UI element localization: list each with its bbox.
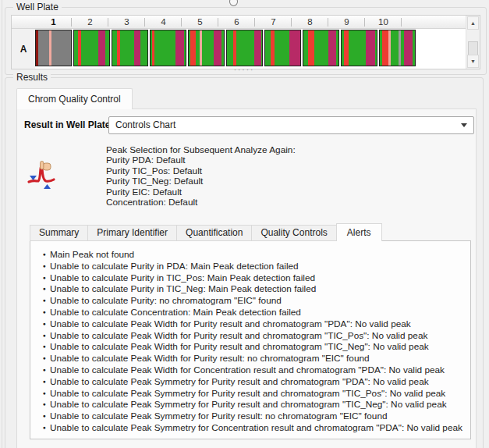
alert-item: Unable to calculate Peak Width for Purit… bbox=[43, 353, 470, 364]
plate-column-header-1[interactable]: 1 bbox=[35, 16, 72, 28]
results-groupbox: Results Chrom Quality Control Result in … bbox=[5, 77, 484, 448]
well-cell-A3[interactable] bbox=[112, 30, 148, 66]
peak-selection-line: Purity EIC: Default bbox=[106, 187, 296, 197]
tab-primary-identifier[interactable]: Primary Identifier bbox=[87, 225, 177, 241]
alert-item: Unable to calculate Purity: no chromatog… bbox=[43, 295, 470, 307]
alert-item: Unable to calculate Peak Width for Purit… bbox=[43, 341, 470, 353]
plate-row-cells bbox=[35, 30, 417, 66]
plate-column-header-7[interactable]: 7 bbox=[255, 16, 292, 28]
alert-item: Main Peak not found bbox=[43, 249, 470, 261]
well-cell-A7[interactable] bbox=[264, 30, 301, 66]
tab-summary[interactable]: Summary bbox=[30, 225, 88, 241]
well-plate-grid: 12345678910 A ▲ ▼ bbox=[11, 15, 480, 69]
scrollbar-down-button[interactable]: ▼ bbox=[467, 55, 479, 68]
scrollbar-up-button[interactable]: ▲ bbox=[467, 16, 479, 30]
alerts-list: Main Peak not foundUnable to calculate P… bbox=[37, 249, 470, 434]
well-cell-A8[interactable] bbox=[303, 30, 339, 66]
tab-alerts[interactable]: Alerts bbox=[336, 223, 382, 241]
alert-item: Unable to calculate Purity in TIC_Pos: M… bbox=[43, 272, 470, 284]
alert-item: Unable to calculate Peak Symmetry for Pu… bbox=[43, 399, 470, 411]
plate-column-headers: 12345678910 bbox=[12, 16, 466, 29]
alert-item: Unable to calculate Peak Width for Conce… bbox=[43, 364, 470, 376]
chrom-quality-control-panel: Result in Well Plate: Controls Chart Pea… bbox=[16, 108, 477, 448]
peak-selection-line: Purity PDA: Default bbox=[106, 155, 296, 165]
scroll-up-arrow-icon: ▲ bbox=[470, 20, 476, 26]
well-plate-groupbox: Well Plate 12345678910 A ▲ ▼ bbox=[5, 7, 487, 75]
plate-column-header-9[interactable]: 9 bbox=[328, 16, 365, 28]
splitter-handle[interactable]: ····· bbox=[231, 68, 257, 73]
well-cell-A10[interactable] bbox=[379, 30, 416, 66]
plate-column-header-2[interactable]: 2 bbox=[72, 16, 108, 28]
well-cell-A9[interactable] bbox=[341, 30, 377, 66]
well-cell-A4[interactable] bbox=[150, 30, 186, 66]
plate-corner-spacer bbox=[12, 16, 35, 28]
alert-item: Unable to calculate Peak Symmetry for Pu… bbox=[43, 411, 470, 422]
tab-quantification[interactable]: Quantification bbox=[176, 225, 252, 241]
well-cell-A1[interactable] bbox=[35, 30, 72, 66]
tab-quality-controls[interactable]: Quality Controls bbox=[251, 225, 336, 241]
alert-item: Unable to calculate Purity in PDA: Main … bbox=[43, 261, 470, 272]
plate-column-header-6[interactable]: 6 bbox=[218, 16, 255, 28]
tab-chrom-quality-control[interactable]: Chrom Quality Control bbox=[16, 88, 133, 109]
results-title: Results bbox=[13, 72, 51, 83]
alert-item: Unable to calculate Peak Symmetry for Pu… bbox=[43, 376, 470, 388]
plate-column-header-5[interactable]: 5 bbox=[182, 16, 218, 28]
plate-column-header-8[interactable]: 8 bbox=[292, 16, 328, 28]
alert-item: Unable to calculate Peak Symmetry for Pu… bbox=[43, 388, 470, 400]
well-cell-A6[interactable] bbox=[226, 30, 263, 66]
chevron-down-icon bbox=[461, 123, 467, 127]
well-plate-title: Well Plate bbox=[13, 2, 62, 12]
dropdown-selected-value: Controls Chart bbox=[115, 117, 175, 133]
plate-column-header-4[interactable]: 4 bbox=[145, 16, 182, 28]
peak-selection-text: Peak Selection for Subsequent Analyze Ag… bbox=[106, 145, 296, 208]
alert-item: Unable to calculate Peak Width for Purit… bbox=[43, 330, 470, 342]
plate-column-header-3[interactable]: 3 bbox=[108, 16, 145, 28]
result-tabs: SummaryPrimary IdentifierQuantificationQ… bbox=[30, 223, 381, 241]
peak-selection-line: Peak Selection for Subsequent Analyze Ag… bbox=[106, 145, 296, 155]
result-in-well-plate-label: Result in Well Plate: bbox=[24, 119, 113, 130]
alert-item: Unable to calculate Purity in TIC_Neg: M… bbox=[43, 283, 470, 295]
well-cell-A2[interactable] bbox=[73, 30, 110, 66]
alert-item: Unable to calculate Peak Symmetry for Co… bbox=[43, 422, 470, 434]
well-cell-A5[interactable] bbox=[188, 30, 225, 66]
alert-item: Unable to calculate Concentration: Main … bbox=[43, 307, 470, 318]
alert-item: Unable to calculate Peak Width for Purit… bbox=[43, 318, 470, 330]
scroll-down-arrow-icon: ▼ bbox=[470, 59, 476, 64]
plate-row-label: A bbox=[12, 29, 35, 69]
cutoff-radio-circle bbox=[229, 0, 238, 6]
plate-vertical-scrollbar[interactable]: ▲ ▼ bbox=[466, 16, 480, 69]
peak-selection-line: Purity TIC_Pos: Default bbox=[106, 166, 296, 176]
peak-selection-icon bbox=[27, 158, 56, 190]
outer-group-border bbox=[2, 0, 2, 448]
peak-selection-line: Purity TIC_Neg: Default bbox=[106, 176, 296, 187]
peak-selection-line: Concentration: Default bbox=[106, 197, 296, 208]
result-type-dropdown[interactable]: Controls Chart bbox=[108, 116, 474, 134]
alerts-panel: Main Peak not foundUnable to calculate P… bbox=[30, 240, 471, 439]
app-window: { "well_plate": { "title": "Well Plate",… bbox=[0, 0, 489, 448]
plate-column-header-10[interactable]: 10 bbox=[365, 16, 402, 28]
